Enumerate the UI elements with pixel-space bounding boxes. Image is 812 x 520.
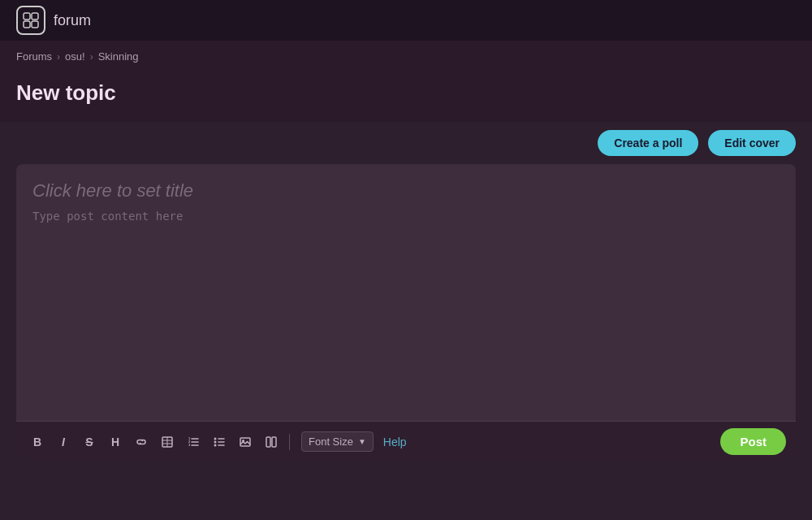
link-button[interactable] [130, 431, 153, 453]
table-button[interactable] [156, 431, 179, 453]
strikethrough-button[interactable]: S [78, 431, 101, 453]
font-size-label: Font Size [309, 436, 353, 448]
help-button[interactable]: Help [383, 436, 407, 448]
chevron-down-icon: ▼ [358, 437, 366, 446]
italic-button[interactable]: I [52, 431, 75, 453]
image-button[interactable] [234, 431, 257, 453]
toolbar-row: Create a poll Edit cover [0, 122, 812, 164]
unordered-list-button[interactable] [208, 431, 231, 453]
spoiler-button[interactable] [260, 431, 283, 453]
svg-point-15 [214, 440, 217, 443]
post-content-input[interactable] [16, 210, 796, 421]
bold-button[interactable]: B [26, 431, 49, 453]
breadcrumb-osu[interactable]: osu! [65, 50, 85, 63]
font-size-dropdown[interactable]: Font Size ▼ [301, 431, 374, 452]
logo-icon [16, 6, 45, 35]
breadcrumb-sep-2: › [90, 51, 93, 63]
breadcrumb: Forums › osu! › Skinning [0, 41, 812, 72]
svg-rect-0 [24, 13, 30, 20]
page-title-area: New topic [0, 72, 812, 122]
create-poll-button[interactable]: Create a poll [598, 130, 698, 156]
svg-rect-1 [32, 13, 38, 20]
svg-rect-2 [24, 21, 30, 28]
format-divider [289, 434, 290, 450]
breadcrumb-sep-1: › [57, 51, 60, 63]
svg-text:3: 3 [188, 443, 191, 447]
format-bar: B I S H 1 2 [16, 421, 796, 462]
page-title: New topic [16, 80, 796, 106]
breadcrumb-skinning[interactable]: Skinning [98, 50, 139, 63]
svg-rect-20 [240, 438, 250, 446]
top-nav: forum [0, 0, 812, 41]
svg-rect-3 [32, 21, 38, 28]
ordered-list-button[interactable]: 1 2 3 [182, 431, 205, 453]
logo-text: forum [54, 12, 91, 29]
post-title-input[interactable] [16, 164, 796, 210]
svg-rect-22 [266, 437, 270, 447]
post-button[interactable]: Post [720, 428, 786, 455]
breadcrumb-forums[interactable]: Forums [16, 50, 52, 63]
editor-container: B I S H 1 2 [16, 164, 796, 462]
edit-cover-button[interactable]: Edit cover [708, 130, 796, 156]
heading-button[interactable]: H [104, 431, 127, 453]
svg-rect-23 [272, 437, 276, 447]
svg-point-16 [214, 444, 217, 446]
logo-area: forum [16, 6, 91, 35]
svg-point-14 [214, 437, 217, 440]
